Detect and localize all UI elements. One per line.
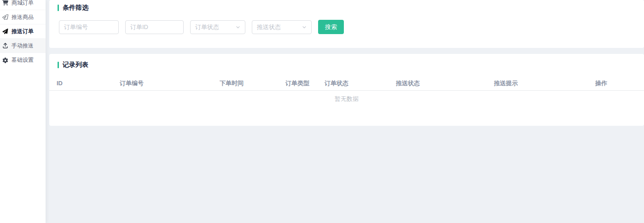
empty-state-text: 暂无数据 — [335, 95, 359, 103]
chevron-down-icon — [236, 25, 240, 29]
paper-plane-outline-icon — [2, 14, 9, 20]
filter-title-text: 条件筛选 — [63, 4, 88, 12]
push-status-select[interactable]: 推送状态 — [252, 20, 312, 34]
sidebar-item-label: 基础设置 — [12, 56, 34, 64]
sidebar: 商城订单 推送商品 推送订单 手动推送 — [0, 0, 46, 223]
sidebar-item-push-orders[interactable]: 推送订单 — [0, 24, 46, 39]
records-panel-title: 记录列表 — [49, 61, 644, 69]
empty-state: 暂无数据 — [49, 91, 644, 107]
order-id-input[interactable] — [125, 20, 184, 34]
sidebar-item-manual-push[interactable]: 手动推送 — [0, 39, 46, 53]
column-header-actions: 操作 — [595, 79, 637, 88]
sidebar-item-basic-settings[interactable]: 基础设置 — [0, 53, 46, 67]
gears-icon — [2, 57, 9, 63]
title-accent-bar — [58, 5, 59, 11]
records-panel: 记录列表 ID 订单编号 下单时间 订单类型 订单状态 推送状态 推送提示 操作… — [49, 54, 644, 126]
records-title-text: 记录列表 — [63, 61, 88, 69]
column-header-id: ID — [57, 80, 120, 87]
main-content: 条件筛选 订单状态 推送状态 搜索 — [46, 0, 644, 223]
sidebar-item-label: 商城订单 — [12, 0, 34, 7]
column-header-order-status: 订单状态 — [325, 79, 396, 88]
column-header-order-type: 订单类型 — [285, 79, 325, 88]
order-status-select-value: 订单状态 — [195, 23, 219, 31]
sidebar-item-mall-orders[interactable]: 商城订单 — [0, 0, 46, 10]
records-table-header: ID 订单编号 下单时间 订单类型 订单状态 推送状态 推送提示 操作 — [49, 76, 644, 91]
title-accent-bar — [58, 62, 59, 68]
sidebar-item-label: 推送订单 — [12, 28, 34, 35]
filter-panel-title: 条件筛选 — [58, 4, 637, 12]
filter-panel: 条件筛选 订单状态 推送状态 搜索 — [49, 0, 644, 48]
chevron-down-icon — [302, 25, 307, 29]
app-window: 商城订单 推送商品 推送订单 手动推送 — [0, 0, 644, 223]
search-button[interactable]: 搜索 — [318, 20, 344, 34]
order-status-select[interactable]: 订单状态 — [190, 20, 245, 34]
column-header-push-status: 推送状态 — [396, 79, 494, 88]
sidebar-item-label: 推送商品 — [12, 13, 34, 21]
sidebar-menu: 商城订单 推送商品 推送订单 手动推送 — [0, 0, 46, 67]
paper-plane-icon — [2, 29, 9, 35]
shopping-cart-icon — [2, 0, 9, 6]
filter-row: 订单状态 推送状态 搜索 — [58, 20, 637, 34]
upload-icon — [2, 43, 9, 49]
order-number-input[interactable] — [59, 20, 119, 34]
push-status-select-value: 推送状态 — [257, 23, 281, 31]
sidebar-item-label: 手动推送 — [12, 42, 34, 50]
column-header-push-tip: 推送提示 — [494, 79, 595, 88]
sidebar-item-push-products[interactable]: 推送商品 — [0, 10, 46, 24]
column-header-order-number: 订单编号 — [120, 79, 220, 88]
column-header-order-time: 下单时间 — [220, 79, 285, 88]
card-gap — [49, 48, 644, 54]
